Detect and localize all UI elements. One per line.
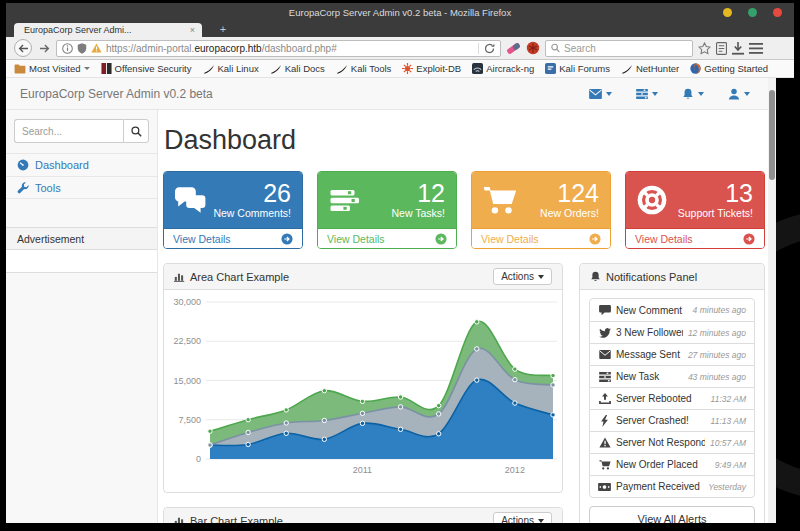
notification-payment-received[interactable]: Payment Received Yesterday — [590, 475, 754, 497]
bookmark-exploit-db[interactable]: Exploit-DB — [402, 63, 461, 74]
advertisement-body — [6, 250, 157, 272]
main-content: Dashboard 26 New Comments! View Details — [158, 110, 768, 523]
svg-text:2011: 2011 — [353, 465, 372, 475]
bookmark-kali-docs[interactable]: Kali Docs — [270, 63, 325, 74]
url-text: https://admin-portal.europacorp.htb/dash… — [106, 43, 474, 54]
view-all-alerts-button[interactable]: View All Alerts — [589, 506, 755, 523]
window-close-button[interactable] — [773, 8, 782, 17]
back-button[interactable] — [14, 39, 32, 57]
bar-actions-button[interactable]: Actions — [493, 512, 552, 523]
bookmark-nethunter[interactable]: NetHunter — [621, 63, 679, 74]
alerts-dropdown[interactable] — [682, 88, 704, 100]
stat-value: 12 — [392, 181, 446, 206]
area-actions-button[interactable]: Actions — [493, 268, 552, 285]
user-icon — [728, 88, 740, 100]
bookmarks-toolbar: Most Visited Offensive Security Kali Lin… — [6, 60, 794, 78]
kali-swoosh-icon — [621, 64, 633, 74]
chevron-down-icon — [698, 92, 704, 96]
notification-new-followers[interactable]: 3 New Followers 12 minutes ago — [590, 321, 754, 343]
notification-server-rebooted[interactable]: Server Rebooted 11:32 AM — [590, 387, 754, 409]
menu-button[interactable] — [749, 43, 763, 54]
sidebar-search-input[interactable] — [22, 126, 116, 137]
forward-button[interactable] — [37, 44, 51, 53]
search-icon — [131, 126, 142, 137]
view-details-link[interactable]: View Details — [164, 228, 302, 248]
svg-text:0: 0 — [196, 454, 201, 464]
bookmark-kali-tools[interactable]: Kali Tools — [336, 63, 392, 74]
tasks-icon — [636, 89, 648, 99]
stat-value: 124 — [540, 181, 599, 206]
bookmark-getting-started[interactable]: Getting Started — [690, 63, 768, 74]
browser-search-box[interactable] — [545, 40, 693, 57]
bookmark-kali-forums[interactable]: Kali Forums — [545, 63, 610, 74]
upload-icon — [598, 393, 611, 404]
browser-search-input[interactable] — [564, 43, 687, 54]
bookmark-kali-linux[interactable]: Kali Linux — [203, 63, 259, 74]
comments-icon — [175, 187, 207, 213]
view-details-link[interactable]: View Details — [318, 228, 456, 248]
page-info-icon[interactable] — [62, 43, 73, 54]
chevron-down-icon — [606, 92, 612, 96]
window-minimize-button[interactable] — [723, 8, 732, 17]
bar-chart-icon — [174, 515, 185, 523]
tasks-dropdown[interactable] — [636, 89, 658, 99]
reload-button[interactable] — [478, 43, 495, 54]
sidebar-item-dashboard[interactable]: Dashboard — [6, 153, 157, 176]
area-chart-svg: 07,50015,00022,50030,00020112012 — [166, 296, 560, 486]
chevron-down-icon — [538, 519, 544, 523]
window-title: EuropaCorp Server Admin v0.2 beta - Mozi… — [289, 7, 511, 18]
view-details-link[interactable]: View Details — [472, 228, 610, 248]
window-titlebar[interactable]: EuropaCorp Server Admin v0.2 beta - Mozi… — [6, 3, 794, 22]
chevron-down-icon — [84, 67, 90, 70]
chevron-down-icon — [744, 92, 750, 96]
downloads-button[interactable] — [732, 42, 744, 55]
notification-new-task[interactable]: New Task 43 minutes ago — [590, 365, 754, 387]
charts-row: Area Chart Example Actions 07,50015,0002… — [163, 263, 768, 523]
page-viewport: EuropaCorp Server Admin v0.2 beta — [6, 78, 768, 523]
page-scrollbar[interactable] — [768, 78, 776, 523]
tab-close-icon[interactable]: × — [190, 25, 195, 35]
new-tab-button[interactable]: + — [212, 23, 234, 37]
stat-value: 26 — [213, 181, 291, 206]
bookmarks-panel-button[interactable] — [716, 42, 727, 55]
notification-new-order[interactable]: New Order Placed 9:49 AM — [590, 453, 754, 475]
user-dropdown[interactable] — [728, 88, 750, 100]
stat-label: New Orders! — [540, 207, 599, 219]
stats-row: 26 New Comments! View Details 12 — [163, 171, 768, 249]
comment-icon — [598, 305, 611, 316]
bookmark-offensive-security[interactable]: Offensive Security — [101, 63, 192, 74]
site-brand[interactable]: EuropaCorp Server Admin v0.2 beta — [20, 87, 213, 101]
list-bars-icon — [329, 188, 359, 213]
notification-new-comment[interactable]: New Comment 4 minutes ago — [590, 299, 754, 321]
sidebar-search-button[interactable] — [123, 119, 149, 143]
window-maximize-button[interactable] — [748, 8, 757, 17]
bar-chart-icon — [174, 271, 185, 282]
view-details-link[interactable]: View Details — [626, 228, 764, 248]
tracking-shield-icon[interactable] — [77, 43, 87, 54]
bar-chart-header: Bar Chart Example Actions — [164, 508, 562, 523]
url-bar[interactable]: https://admin-portal.europacorp.htb/dash… — [56, 40, 501, 57]
reload-icon — [484, 43, 495, 54]
browser-tab[interactable]: EuropaCorp Server Admi... × — [14, 23, 202, 37]
stat-value: 13 — [678, 181, 753, 206]
insecure-warning-icon[interactable] — [91, 43, 102, 53]
bookmark-aircrack-ng[interactable]: Aircrack-ng — [472, 63, 534, 74]
notification-message-sent[interactable]: Message Sent 27 minutes ago — [590, 343, 754, 365]
envelope-icon — [598, 350, 611, 359]
notification-server-crashed[interactable]: Server Crashed! 11:13 AM — [590, 409, 754, 431]
desktop: EuropaCorp Server Admin v0.2 beta - Mozi… — [0, 0, 800, 531]
proxy-extension-button[interactable] — [526, 41, 540, 55]
bookmark-star-button[interactable] — [698, 42, 711, 55]
sidebar-item-tools[interactable]: Tools — [6, 176, 157, 199]
eraser-extension-button[interactable] — [506, 41, 521, 56]
shopping-cart-icon — [483, 186, 517, 215]
messages-dropdown[interactable] — [589, 89, 612, 99]
bookmark-most-visited[interactable]: Most Visited — [14, 63, 90, 74]
warning-triangle-icon — [598, 437, 611, 448]
scrollbar-thumb[interactable] — [769, 90, 775, 180]
notifications-list: New Comment 4 minutes ago 3 New Follower… — [589, 298, 755, 498]
notification-server-not-responding[interactable]: Server Not Responding 10:57 AM — [590, 431, 754, 453]
bar-chart-panel: Bar Chart Example Actions — [163, 507, 563, 523]
stat-panel-comments: 26 New Comments! View Details — [163, 171, 303, 249]
dashboard-icon — [17, 159, 29, 171]
